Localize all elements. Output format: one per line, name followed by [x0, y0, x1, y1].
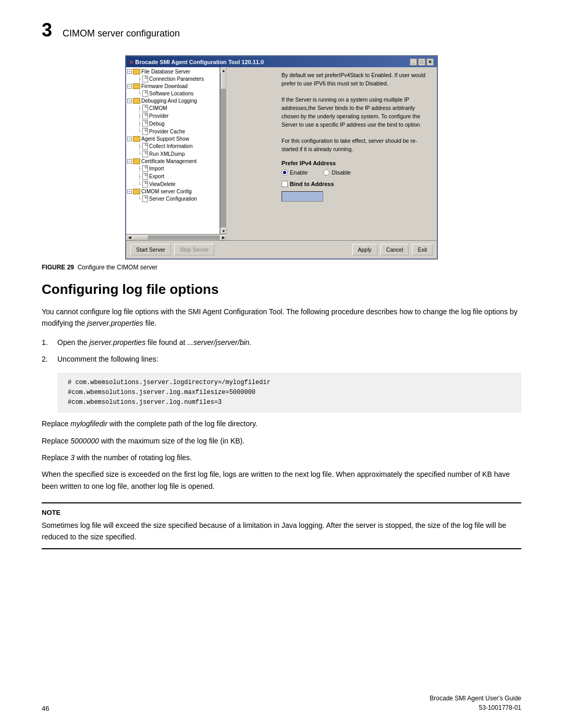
replace-line-3: Replace 3 with the number of rotating lo… [42, 452, 521, 463]
app-title: Brocade SMI Agent Configuration Tool 120… [135, 59, 264, 65]
radio-enable-circle[interactable] [282, 169, 288, 176]
tree-scrollbar[interactable]: ▲ ▼ [220, 67, 226, 234]
app-titlebar: » Brocade SMI Agent Configuration Tool 1… [126, 56, 437, 67]
tree-label: Certificate Management [141, 158, 197, 164]
chapter-number: 3 [42, 21, 52, 40]
page-number: 46 [42, 705, 49, 712]
tree-item-provider[interactable]: ├ Provider [127, 112, 218, 120]
tree-item-provider-cache[interactable]: └ Provider Cache [127, 128, 218, 135]
page-footer: 46 Brocade SMI Agent User's Guide 53-100… [42, 694, 521, 712]
tree-label: CIMOM server Config [141, 189, 192, 194]
doc-title: Brocade SMI Agent User's Guide 53-100177… [430, 694, 521, 712]
radio-enable[interactable]: Enable [282, 169, 308, 176]
folder-icon [133, 136, 140, 142]
tree-item-debug[interactable]: ├ Debug [127, 120, 218, 128]
minimize-btn[interactable]: _ [410, 58, 417, 66]
tree-label: Provider Cache [149, 129, 185, 134]
enable-label: Enable [290, 169, 308, 176]
figure-container: » Brocade SMI Agent Configuration Tool 1… [42, 55, 521, 271]
scroll-down-btn[interactable]: ▼ [221, 228, 227, 234]
tree-label: Debug [149, 121, 164, 127]
tree-label: Import [149, 166, 164, 171]
file-icon [142, 151, 148, 157]
tree-item-collect[interactable]: ├ Collect Information [127, 142, 218, 150]
note-text: Sometimes log file will exceed the size … [42, 520, 521, 543]
tree-item-connection[interactable]: ├ Connection Parameters [127, 75, 218, 83]
scroll-up-btn[interactable]: ▲ [221, 67, 227, 73]
h-scroll-track [132, 236, 220, 240]
scroll-left-btn[interactable]: ◀ [126, 235, 132, 240]
file-icon [142, 76, 148, 82]
folder-icon [133, 83, 140, 89]
tree-label: Server Configuration [149, 196, 197, 202]
scroll-thumb[interactable] [221, 73, 226, 89]
intro-text: You cannot configure log file options wi… [42, 306, 521, 329]
address-input[interactable] [282, 191, 323, 202]
radio-disable[interactable]: Disable [323, 169, 351, 176]
titlebar-buttons: _ □ ✕ [410, 58, 434, 66]
note-label: NOTE [42, 509, 521, 516]
start-server-btn[interactable]: Start Server [130, 244, 171, 255]
tree-label: Firmware Download [141, 83, 188, 89]
content-panel: By default we set preferIPv4Stack to Ena… [276, 67, 437, 234]
h-scrollbar[interactable]: ◀ ▶ [126, 234, 226, 240]
file-icon [142, 165, 148, 172]
radio-disable-circle[interactable] [323, 169, 329, 176]
tree-item-cimom[interactable]: ├ CIMOM [127, 104, 218, 112]
expand-icon[interactable]: − [127, 137, 132, 141]
scroll-right-btn[interactable]: ▶ [220, 235, 226, 240]
page-header: 3 CIMOM server configuration [42, 21, 521, 40]
h-scroll-thumb[interactable] [132, 236, 148, 240]
exit-btn[interactable]: Exit [412, 244, 433, 255]
tree-label: Provider [149, 113, 168, 119]
radio-group: Enable Disable [282, 169, 432, 176]
app-window: » Brocade SMI Agent Configuration Tool 1… [125, 55, 438, 260]
folder-icon [133, 98, 140, 104]
tree-item-cimom-config[interactable]: − CIMOM server Config [127, 188, 218, 195]
file-icon [142, 120, 148, 127]
tree-item-export[interactable]: ├ Export [127, 172, 218, 180]
expand-icon[interactable]: − [127, 84, 132, 89]
expand-icon[interactable]: − [127, 69, 132, 74]
cancel-btn[interactable]: Cancel [381, 244, 409, 255]
tree-item-server-config[interactable]: └ Server Configuration [127, 195, 218, 203]
close-btn[interactable]: ✕ [426, 58, 434, 66]
scroll-track [221, 73, 226, 228]
tree-item-certificate[interactable]: − Certificate Management [127, 158, 218, 165]
file-icon [142, 181, 148, 188]
file-icon [142, 105, 148, 112]
tree-item-agent-support[interactable]: − Agent Support Show [127, 135, 218, 142]
step-2: 2. Uncomment the following lines: [42, 353, 521, 365]
figure-caption: FIGURE 29 Configure the CIMOM server [42, 264, 157, 271]
code-text: # com.wbemsolutions.jserver.logdirectory… [68, 379, 271, 406]
tree-label: Collect Information [149, 143, 192, 149]
tree-label: Export [149, 174, 164, 179]
expand-icon[interactable]: − [127, 98, 132, 103]
bind-checkbox[interactable] [282, 181, 288, 187]
stop-server-btn[interactable]: Stop Server [174, 244, 214, 255]
tree-item-xmldump[interactable]: └ Run XMLDump [127, 150, 218, 158]
tree-panel[interactable]: − File Database Server ├ Connection Para… [126, 67, 220, 234]
step-1: 1. Open the jserver.properties file foun… [42, 337, 521, 348]
file-icon [142, 113, 148, 119]
tree-with-scroll: − File Database Server ├ Connection Para… [126, 67, 276, 234]
tree-item-software[interactable]: └ Software Locations [127, 90, 218, 97]
figure-caption-text: Configure the CIMOM server [78, 264, 157, 271]
apply-btn[interactable]: Apply [352, 244, 377, 255]
tree-item-firmware[interactable]: − Firmware Download [127, 83, 218, 90]
tree-item-database-server[interactable]: − File Database Server [127, 68, 218, 75]
tree-label: File Database Server [141, 69, 190, 75]
bind-checkbox-group[interactable]: Bind to Address [282, 181, 432, 187]
tree-item-viewdelete[interactable]: └ ViewDelete [127, 180, 218, 188]
tree-label: Debugging And Logging [141, 98, 197, 104]
tree-label: Run XMLDump [149, 151, 185, 157]
note-box: NOTE Sometimes log file will exceed the … [42, 502, 521, 549]
file-icon [142, 90, 148, 97]
content-description: By default we set preferIPv4Stack to Ena… [282, 71, 432, 154]
tree-item-import[interactable]: ├ Import [127, 165, 218, 172]
expand-icon[interactable]: − [127, 189, 132, 194]
tree-item-debugging[interactable]: − Debugging And Logging [127, 97, 218, 104]
expand-icon[interactable]: − [127, 159, 132, 164]
maximize-btn[interactable]: □ [418, 58, 425, 66]
file-icon [142, 195, 148, 202]
